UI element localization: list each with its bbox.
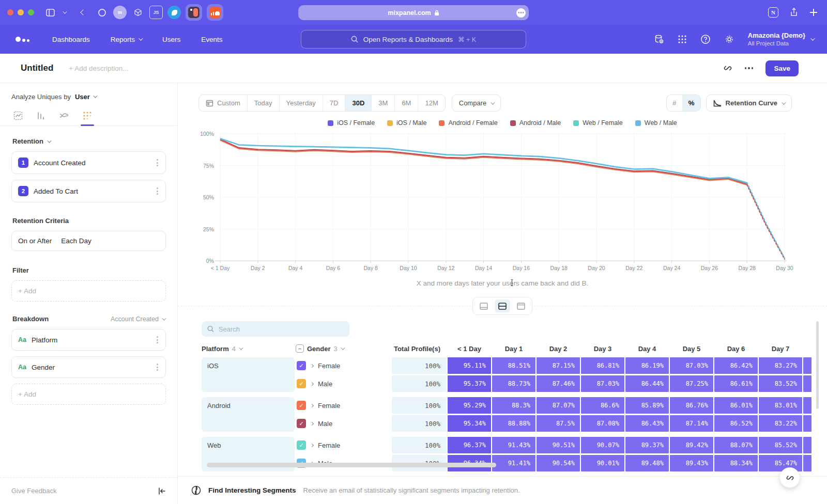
retention-value-cell[interactable]: 89.37% <box>625 437 669 453</box>
retention-value-cell[interactable]: 95.34% <box>448 415 491 432</box>
retention-value-cell[interactable]: 87.5% <box>537 415 580 432</box>
platform-cell[interactable]: Android <box>202 397 295 432</box>
expand-row-icon[interactable] <box>310 364 314 367</box>
retention-value-cell[interactable]: 87.03% <box>670 357 713 374</box>
step-card-added-to-cart[interactable]: 2 Added To Cart <box>11 180 166 202</box>
apps-grid-icon[interactable] <box>678 35 687 44</box>
range-today[interactable]: Today <box>248 95 280 111</box>
tab-js-icon[interactable]: JS <box>149 6 163 19</box>
project-switcher[interactable]: Amazonia {Demo} All Project Data <box>748 32 814 48</box>
compare-button[interactable]: Compare <box>452 94 501 112</box>
nav-item-users[interactable]: Users <box>162 36 180 43</box>
range-12m[interactable]: 12M <box>418 95 445 111</box>
filter-add-button[interactable]: + Add <box>11 280 166 302</box>
legend-item[interactable]: Android / Female <box>439 119 497 127</box>
chevron-down-icon[interactable] <box>60 6 68 19</box>
retention-value-cell[interactable]: 90.51% <box>537 437 580 453</box>
tab-target-icon[interactable] <box>95 6 109 19</box>
nav-item-events[interactable]: Events <box>201 36 222 43</box>
retention-value-cell[interactable]: 88.88% <box>492 415 535 432</box>
breakdown-card-platform[interactable]: Aa Platform <box>11 329 166 351</box>
add-description[interactable]: + Add description... <box>69 65 723 72</box>
retention-value-cell[interactable]: 83.01% <box>759 397 802 414</box>
tab-retention[interactable] <box>83 111 92 125</box>
chart-only-view-button[interactable] <box>476 300 492 312</box>
table-search[interactable] <box>202 321 349 337</box>
retention-value-cell[interactable]: 95.37% <box>448 375 491 392</box>
retention-value-cell[interactable]: 89.48% <box>625 455 669 471</box>
collapse-sidebar-icon[interactable] <box>158 487 166 495</box>
retention-value-cell[interactable]: 88.51% <box>492 357 535 374</box>
select-all-checkbox[interactable]: – <box>296 344 304 353</box>
nav-item-reports[interactable]: Reports <box>111 36 142 43</box>
tab-insights[interactable] <box>13 111 23 125</box>
retention-section-label[interactable]: Retention <box>12 137 43 145</box>
share-link-fab[interactable] <box>779 467 800 488</box>
retention-value-cell[interactable]: 86.19% <box>625 357 669 374</box>
expand-row-icon[interactable] <box>310 382 314 385</box>
split-view-button[interactable] <box>495 300 510 312</box>
gender-cell-female[interactable]: ✓Female <box>296 437 391 453</box>
retention-value-cell[interactable]: 95.11% <box>448 357 491 374</box>
minimize-window-icon[interactable] <box>18 9 24 15</box>
tab-soundcloud-icon[interactable] <box>207 4 223 21</box>
retention-value-cell[interactable]: 86.44% <box>625 375 669 392</box>
nav-item-dashboards[interactable]: Dashboards <box>52 36 90 43</box>
breakdown-options-icon[interactable] <box>156 363 159 372</box>
retention-value-cell[interactable]: 86.81% <box>581 357 624 374</box>
step-options-icon[interactable] <box>156 158 159 167</box>
legend-item[interactable]: Android / Male <box>510 119 561 127</box>
retention-value-cell[interactable]: 88.34% <box>714 455 758 471</box>
percent-format-button[interactable]: % <box>683 95 700 111</box>
step-options-icon[interactable] <box>156 186 159 196</box>
retention-value-cell[interactable]: 87.46% <box>537 375 580 392</box>
window-controls[interactable] <box>7 9 34 15</box>
retention-value-cell[interactable]: 86.42% <box>714 357 758 374</box>
retention-value-cell[interactable]: 86.52% <box>714 415 758 432</box>
platform-column-header[interactable]: Platform4 <box>202 345 295 353</box>
retention-value-cell[interactable]: 91.43% <box>492 437 535 453</box>
save-button[interactable]: Save <box>765 60 799 76</box>
platform-cell[interactable]: iOS <box>202 357 295 392</box>
criteria-operator[interactable]: On or After <box>18 237 52 245</box>
retention-value-cell[interactable]: 86.61% <box>714 375 758 392</box>
chart-type-dropdown[interactable]: Retention Curve <box>706 94 792 112</box>
legend-item[interactable]: iOS / Male <box>387 119 426 127</box>
expand-row-icon[interactable] <box>310 421 314 425</box>
extensions-badge-icon[interactable] <box>516 8 526 18</box>
range-custom[interactable]: Custom <box>199 95 248 111</box>
table-search-input[interactable] <box>219 325 344 333</box>
retention-value-cell[interactable]: 83.22% <box>759 415 802 432</box>
retention-value-cell[interactable]: 86.76% <box>670 397 713 414</box>
number-format-button[interactable]: # <box>667 95 683 111</box>
gender-cell-male[interactable]: ✓Male <box>296 415 391 432</box>
sidebar-toggle-icon[interactable] <box>43 6 57 19</box>
report-title[interactable]: Untitled <box>21 63 53 73</box>
retention-value-cell[interactable]: 86.01% <box>714 397 758 414</box>
retention-value-cell[interactable]: 85.52% <box>759 437 802 453</box>
table-only-view-button[interactable] <box>513 300 529 312</box>
tab-m-icon[interactable]: m <box>113 6 127 19</box>
tab-flows[interactable] <box>59 111 69 125</box>
retention-value-cell[interactable]: 89.43% <box>670 455 713 471</box>
more-options-icon[interactable] <box>745 67 754 69</box>
legend-item[interactable]: Web / Female <box>573 119 623 127</box>
give-feedback-link[interactable]: Give Feedback <box>11 487 56 495</box>
retention-value-cell[interactable]: 90.07% <box>581 437 624 453</box>
gender-cell-female[interactable]: ✓Female <box>296 397 391 414</box>
series-checkbox[interactable]: ✓ <box>297 440 306 450</box>
retention-value-cell[interactable]: 91.41% <box>492 455 535 471</box>
back-icon[interactable] <box>76 6 90 19</box>
retention-value-cell[interactable]: 95.29% <box>448 397 491 414</box>
retention-value-cell[interactable]: 86.6% <box>581 397 624 414</box>
retention-value-cell[interactable]: 87.03% <box>581 375 624 392</box>
data-management-icon[interactable] <box>654 34 664 44</box>
range-7d[interactable]: 7D <box>323 95 346 111</box>
mixpanel-logo-icon[interactable] <box>16 37 29 42</box>
series-checkbox[interactable]: ✓ <box>297 419 306 428</box>
gender-column-header[interactable]: –Gender3 <box>296 344 391 353</box>
retention-value-cell[interactable]: 87.07% <box>537 397 580 414</box>
segments-title[interactable]: Find Interesting Segments <box>208 486 296 494</box>
range-30d[interactable]: 30D <box>345 95 372 111</box>
maximize-window-icon[interactable] <box>28 9 34 15</box>
